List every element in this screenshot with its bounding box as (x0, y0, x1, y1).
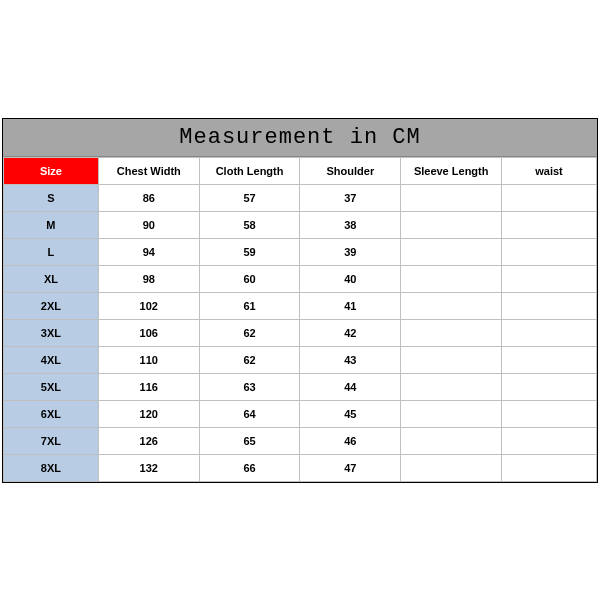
cell-length: 66 (199, 454, 300, 481)
cell-size: S (4, 184, 99, 211)
col-length: Cloth Length (199, 157, 300, 184)
cell-length: 58 (199, 211, 300, 238)
table-row: XL986040 (4, 265, 597, 292)
cell-waist (502, 211, 597, 238)
table-header-row: Size Chest Width Cloth Length Shoulder S… (4, 157, 597, 184)
cell-waist (502, 346, 597, 373)
measurement-table: Size Chest Width Cloth Length Shoulder S… (3, 157, 597, 482)
cell-length: 62 (199, 346, 300, 373)
col-size: Size (4, 157, 99, 184)
cell-waist (502, 265, 597, 292)
cell-chest: 86 (98, 184, 199, 211)
cell-length: 57 (199, 184, 300, 211)
cell-chest: 106 (98, 319, 199, 346)
cell-sleeve (401, 238, 502, 265)
cell-size: L (4, 238, 99, 265)
col-shoulder: Shoulder (300, 157, 401, 184)
cell-size: 5XL (4, 373, 99, 400)
cell-waist (502, 373, 597, 400)
cell-waist (502, 319, 597, 346)
chart-title: Measurement in CM (3, 119, 597, 157)
cell-chest: 98 (98, 265, 199, 292)
cell-sleeve (401, 454, 502, 481)
cell-shoulder: 37 (300, 184, 401, 211)
cell-sleeve (401, 427, 502, 454)
cell-shoulder: 44 (300, 373, 401, 400)
table-row: 7XL1266546 (4, 427, 597, 454)
cell-sleeve (401, 211, 502, 238)
cell-length: 63 (199, 373, 300, 400)
cell-size: 7XL (4, 427, 99, 454)
cell-length: 62 (199, 319, 300, 346)
cell-size: XL (4, 265, 99, 292)
cell-sleeve (401, 292, 502, 319)
cell-shoulder: 42 (300, 319, 401, 346)
cell-shoulder: 41 (300, 292, 401, 319)
cell-shoulder: 38 (300, 211, 401, 238)
size-chart: Measurement in CM Size Chest Width Cloth… (2, 118, 598, 483)
cell-chest: 110 (98, 346, 199, 373)
cell-waist (502, 427, 597, 454)
col-chest: Chest Width (98, 157, 199, 184)
cell-size: 8XL (4, 454, 99, 481)
cell-chest: 126 (98, 427, 199, 454)
cell-waist (502, 238, 597, 265)
table-row: M905838 (4, 211, 597, 238)
table-row: 6XL1206445 (4, 400, 597, 427)
table-row: 4XL1106243 (4, 346, 597, 373)
cell-sleeve (401, 184, 502, 211)
cell-size: 4XL (4, 346, 99, 373)
cell-length: 64 (199, 400, 300, 427)
table-row: L945939 (4, 238, 597, 265)
cell-chest: 116 (98, 373, 199, 400)
cell-length: 60 (199, 265, 300, 292)
cell-chest: 90 (98, 211, 199, 238)
cell-shoulder: 46 (300, 427, 401, 454)
cell-shoulder: 45 (300, 400, 401, 427)
cell-size: M (4, 211, 99, 238)
cell-waist (502, 184, 597, 211)
cell-sleeve (401, 373, 502, 400)
cell-length: 59 (199, 238, 300, 265)
cell-size: 3XL (4, 319, 99, 346)
table-row: S865737 (4, 184, 597, 211)
table-row: 8XL1326647 (4, 454, 597, 481)
cell-chest: 132 (98, 454, 199, 481)
cell-chest: 102 (98, 292, 199, 319)
cell-shoulder: 43 (300, 346, 401, 373)
col-sleeve: Sleeve Length (401, 157, 502, 184)
cell-length: 61 (199, 292, 300, 319)
cell-chest: 94 (98, 238, 199, 265)
table-row: 5XL1166344 (4, 373, 597, 400)
cell-waist (502, 454, 597, 481)
cell-shoulder: 39 (300, 238, 401, 265)
cell-sleeve (401, 319, 502, 346)
cell-sleeve (401, 400, 502, 427)
cell-sleeve (401, 346, 502, 373)
cell-shoulder: 47 (300, 454, 401, 481)
cell-waist (502, 400, 597, 427)
cell-chest: 120 (98, 400, 199, 427)
cell-sleeve (401, 265, 502, 292)
table-row: 2XL1026141 (4, 292, 597, 319)
col-waist: waist (502, 157, 597, 184)
cell-shoulder: 40 (300, 265, 401, 292)
cell-waist (502, 292, 597, 319)
cell-length: 65 (199, 427, 300, 454)
table-row: 3XL1066242 (4, 319, 597, 346)
cell-size: 6XL (4, 400, 99, 427)
cell-size: 2XL (4, 292, 99, 319)
